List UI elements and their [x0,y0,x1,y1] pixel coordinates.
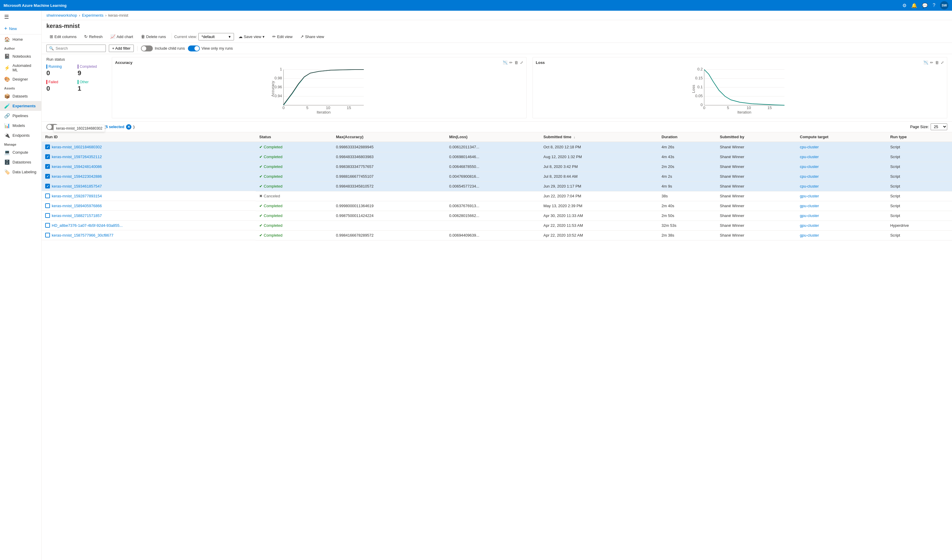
breadcrumb-workspace[interactable]: shwinneworkshop [46,13,77,17]
loss-chart-expand-icon[interactable]: ⤢ [941,60,944,65]
run-id-link-6[interactable]: keras-mnist_1589405976866 [52,204,102,208]
accuracy-chart-line-icon[interactable]: 📉 [503,60,507,65]
row-checkbox-4[interactable] [45,184,50,188]
run-id-link-0[interactable]: keras-mnist_1602184680302 [52,145,102,149]
cell-run-id-8: HD_a8be7376-1a07-4b5f-92d4-93a855... [42,221,256,230]
edit-columns-button[interactable]: ⊞ Edit columns [46,32,80,41]
run-id-link-4[interactable]: keras-mnist_1593461857547 [52,184,102,188]
loss-chart-delete-icon[interactable]: 🗑 [935,60,939,65]
view-only-my-runs-toggle[interactable] [188,45,200,51]
sidebar-item-automated-ml[interactable]: ⚡ Automated ML [0,61,41,74]
compute-target-link-1[interactable]: cpu-cluster [800,154,819,159]
settings-icon[interactable]: ⚙ [903,3,907,8]
feedback-icon[interactable]: 💬 [922,3,928,8]
clear-selected-button[interactable]: ✕ [126,124,131,130]
accuracy-chart-delete-icon[interactable]: 🗑 [515,60,518,65]
sidebar-item-endpoints[interactable]: 🔌 Endpoints [0,131,41,140]
add-filter-button[interactable]: + Add filter [109,45,134,52]
breadcrumb-section[interactable]: Experiments [82,13,104,17]
page-size-wrap: Page Size: 10 25 50 100 [910,123,947,130]
compute-target-link-0[interactable]: cpu-cluster [800,145,819,149]
row-checkbox-9[interactable] [45,233,50,238]
run-id-link-5[interactable]: keras-mnist_1592877893154 [52,194,102,198]
main-layout: ☰ + New 🏠 Home Author 📓 Notebooks ⚡ Auto… [0,11,952,560]
save-view-button[interactable]: ☁ Save view ▾ [235,32,268,41]
cell-min-loss-2: 0.00646878550... [446,162,540,171]
help-icon[interactable]: ? [933,3,935,8]
loss-chart-actions: 📉 ✏ 🗑 ⤢ [923,60,944,65]
compute-target-link-7[interactable]: gpu-cluster [800,213,819,218]
compute-target-link-4[interactable]: cpu-cluster [800,184,819,188]
svg-text:0: 0 [700,103,703,107]
accuracy-chart-expand-icon[interactable]: ⤢ [520,60,523,65]
hamburger-menu[interactable]: ☰ [0,11,41,23]
sidebar-item-pipelines[interactable]: 🔗 Pipelines [0,111,41,121]
run-id-link-8[interactable]: HD_a8be7376-1a07-4b5f-92d4-93a855... [52,223,123,228]
new-button[interactable]: + New [0,23,41,34]
run-id-link-3[interactable]: keras-mnist_1594223042886 [52,174,102,179]
page-size-select[interactable]: 10 25 50 100 [930,123,947,130]
row-checkbox-6[interactable] [45,203,50,208]
search-box[interactable]: 🔍 [46,45,106,52]
accuracy-chart-svg: 1 0.98 0.96 0.94 0 5 10 15 Iteration Acc… [115,66,523,115]
sidebar-item-notebooks[interactable]: 📓 Notebooks [0,51,41,61]
run-id-link-9[interactable]: keras-mnist_1587577966_30cf8677 [52,233,113,238]
col-min-loss[interactable]: Min(Loss) [446,132,540,142]
col-compute-target[interactable]: Compute target [796,132,887,142]
status-text-6: Completed [264,204,283,208]
col-max-accuracy[interactable]: Max(Accuracy) [332,132,446,142]
accuracy-chart-edit-icon[interactable]: ✏ [509,60,513,65]
compute-target-link-6[interactable]: gpu-cluster [800,204,819,208]
sidebar-item-designer[interactable]: 🎨 Designer [0,74,41,84]
include-child-runs-toggle[interactable] [141,45,153,51]
row-checkbox-7[interactable] [45,213,50,218]
cancel-circle-icon: ✖ [259,194,263,198]
sidebar-item-datasets[interactable]: 📦 Datasets [0,91,41,101]
bell-icon[interactable]: 🔔 [911,3,917,8]
sidebar-item-data-labeling[interactable]: 🏷️ Data Labeling [0,167,41,177]
row-checkbox-3[interactable] [45,174,50,179]
sidebar-item-experiments[interactable]: 🧪 Experiments [0,101,41,111]
loss-chart-edit-icon[interactable]: ✏ [930,60,933,65]
col-run-id[interactable]: Run ID [42,132,256,142]
current-view-dropdown[interactable]: *default ▾ [198,33,234,40]
sidebar: ☰ + New 🏠 Home Author 📓 Notebooks ⚡ Auto… [0,11,42,560]
cell-status-4: ✔ Completed [256,181,332,191]
user-avatar[interactable]: SW [940,1,949,9]
search-input[interactable] [56,46,97,51]
compute-target-link-3[interactable]: cpu-cluster [800,174,819,179]
show-selected-toggle[interactable] [46,124,58,130]
row-checkbox-8[interactable] [45,223,50,228]
delete-runs-button[interactable]: 🗑 Delete runs [138,32,169,41]
sidebar-item-home[interactable]: 🏠 Home [0,34,41,44]
col-status[interactable]: Status [256,132,332,142]
cell-submitted-by-8: Shané Winner [716,221,796,230]
col-duration[interactable]: Duration [658,132,716,142]
row-checkbox-2[interactable] [45,164,50,169]
compute-target-link-2[interactable]: cpu-cluster [800,164,819,169]
sidebar-item-datastores[interactable]: 🗄️ Datastores [0,157,41,167]
loss-chart-header: Loss 📉 ✏ 🗑 ⤢ [536,60,944,65]
col-submitted-time[interactable]: Submitted time ↓ [540,132,658,142]
loss-chart-line-icon[interactable]: 📉 [923,60,928,65]
compute-target-link-8[interactable]: gpu-cluster [800,223,819,228]
run-id-link-7[interactable]: keras-mnist_1588271571857 [52,213,102,218]
edit-view-button[interactable]: ✏ Edit view [269,32,296,41]
sidebar-item-models[interactable]: 📊 Models [0,121,41,131]
share-view-button[interactable]: ↗ Share view [297,32,327,41]
sidebar-item-compute[interactable]: 💻 Compute [0,147,41,157]
compute-target-link-9[interactable]: gpu-cluster [800,233,819,238]
refresh-button[interactable]: ↻ Refresh [81,32,106,41]
compute-target-link-5[interactable]: gpu-cluster [800,194,819,198]
col-run-type[interactable]: Run type [887,132,952,142]
run-id-link-2[interactable]: keras-mnist_1594248140086 [52,164,102,169]
col-submitted-by[interactable]: Submitted by [716,132,796,142]
row-checkbox-1[interactable] [45,154,50,159]
content-area: shwinneworkshop › Experiments › keras-mn… [42,11,952,560]
check-circle-icon: ✔ [259,223,263,228]
row-checkbox-5[interactable] [45,193,50,198]
run-id-link-1[interactable]: keras-mnist_1597264352112 [52,154,102,159]
add-chart-button[interactable]: 📈 Add chart [107,32,136,41]
row-checkbox-0[interactable] [45,145,50,149]
current-view-label: Current view: [174,34,197,39]
